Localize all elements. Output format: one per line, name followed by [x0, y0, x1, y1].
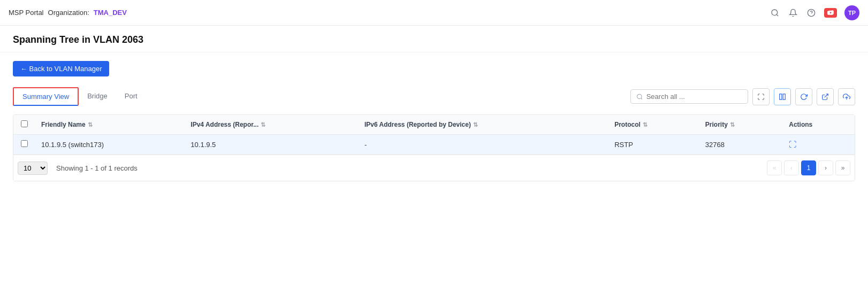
col-priority: Priority ⇅ [699, 115, 782, 135]
col-ipv6: IPv6 Address (Reported by Device) ⇅ [358, 115, 608, 135]
page-header: Spanning Tree in VLAN 2063 [0, 26, 868, 52]
fit-width-button[interactable] [752, 88, 770, 105]
navbar-left: MSP Portal Organization: TMA_DEV [9, 9, 127, 17]
cell-protocol: RSTP [608, 135, 699, 155]
search-icon[interactable] [770, 7, 780, 18]
last-page-button[interactable]: » [835, 160, 850, 175]
tab-summary-view[interactable]: Summary View [13, 87, 79, 106]
toolbar [630, 88, 855, 105]
data-table: Friendly Name ⇅ IPv4 Address (Repor... ⇅… [13, 114, 855, 181]
select-all-checkbox[interactable] [21, 120, 28, 127]
cell-ipv4: 10.1.9.5 [184, 135, 358, 155]
navbar: MSP Portal Organization: TMA_DEV TP [0, 0, 868, 26]
page-size-dropdown[interactable]: 10 25 50 100 [18, 162, 48, 175]
col-actions: Actions [782, 115, 855, 135]
user-avatar[interactable]: TP [844, 5, 859, 20]
table-row: 10.1.9.5 (switch173) 10.1.9.5 - RSTP 327… [13, 135, 855, 155]
cell-friendly-name: 10.1.9.5 (switch173) [35, 135, 184, 155]
page-size-select[interactable]: 10 25 50 100 [18, 162, 48, 175]
tab-port[interactable]: Port [116, 88, 146, 105]
page-1-button[interactable]: 1 [801, 160, 816, 175]
export-button[interactable] [817, 88, 834, 105]
row-checkbox-cell[interactable] [13, 135, 35, 155]
filter-ipv4-icon[interactable]: ⇅ [261, 121, 265, 128]
navbar-right: TP [770, 5, 859, 20]
back-button[interactable]: ← Back to VLAN Manager [13, 61, 109, 76]
youtube-icon[interactable] [824, 8, 837, 18]
row-checkbox[interactable] [21, 140, 28, 147]
filter-priority-icon[interactable]: ⇅ [730, 121, 735, 128]
cell-ipv6: - [358, 135, 608, 155]
page-title: Spanning Tree in VLAN 2063 [13, 34, 855, 45]
help-icon[interactable] [806, 7, 817, 18]
tab-bridge[interactable]: Bridge [79, 88, 116, 105]
pagination: « ‹ 1 › » [767, 160, 850, 175]
filter-friendly-name-icon[interactable]: ⇅ [88, 121, 93, 128]
content-area: ← Back to VLAN Manager Summary View Brid… [0, 52, 868, 190]
navbar-org-value: TMA_DEV [94, 9, 127, 17]
first-page-button[interactable]: « [767, 160, 782, 175]
col-ipv4: IPv4 Address (Repor... ⇅ [184, 115, 358, 135]
notifications-icon[interactable] [788, 7, 798, 18]
next-page-button[interactable]: › [818, 160, 833, 175]
svg-rect-5 [783, 94, 785, 99]
col-protocol: Protocol ⇅ [608, 115, 699, 135]
select-all-header[interactable] [13, 115, 35, 135]
col-friendly-name: Friendly Name ⇅ [35, 115, 184, 135]
cell-priority: 32768 [699, 135, 782, 155]
navbar-brand: MSP Portal [9, 9, 44, 17]
expand-row-icon[interactable]: ⛶ [789, 140, 796, 149]
table-footer: 10 25 50 100 Showing 1 - 1 of 1 records … [13, 155, 855, 181]
svg-line-6 [825, 94, 828, 97]
tabs: Summary View Bridge Port [13, 87, 146, 106]
columns-button[interactable] [774, 88, 791, 105]
filter-protocol-icon[interactable]: ⇅ [643, 121, 648, 128]
upload-button[interactable] [838, 88, 855, 105]
search-input[interactable] [646, 93, 742, 101]
records-info: Showing 1 - 1 of 1 records [56, 164, 138, 172]
svg-rect-4 [780, 94, 782, 99]
navbar-org-label: Organization: [48, 9, 89, 17]
cell-actions[interactable]: ⛶ [782, 135, 855, 155]
svg-point-3 [637, 94, 642, 98]
svg-point-0 [772, 10, 778, 16]
prev-page-button[interactable]: ‹ [784, 160, 799, 175]
search-icon [636, 93, 643, 101]
refresh-button[interactable] [795, 88, 812, 105]
filter-ipv6-icon[interactable]: ⇅ [473, 121, 478, 128]
tabs-toolbar: Summary View Bridge Port [13, 87, 855, 106]
search-box[interactable] [630, 89, 748, 104]
